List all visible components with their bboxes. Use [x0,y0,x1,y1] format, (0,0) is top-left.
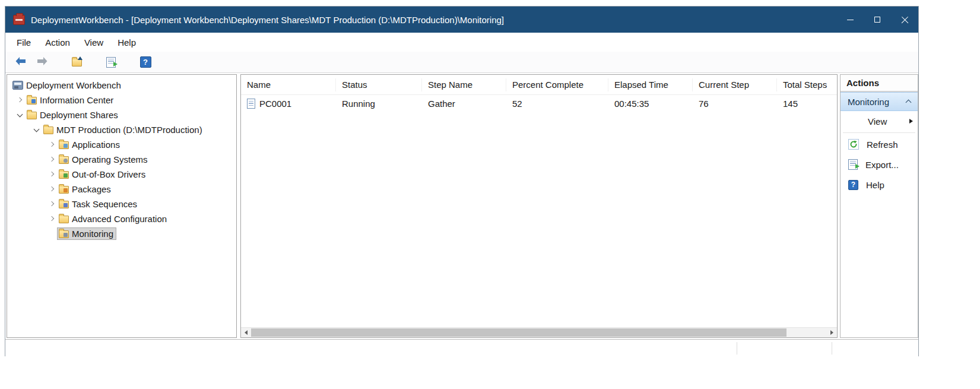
cell-elapsed-time: 00:45:35 [608,99,693,109]
action-view[interactable]: View [841,111,918,131]
scrollbar-track[interactable] [251,328,827,337]
forward-button[interactable] [34,54,50,71]
forward-arrow-icon [36,56,48,68]
cell-name-text: PC0001 [259,99,291,109]
minimize-button[interactable] [836,7,864,33]
column-header-current-step[interactable]: Current Step [693,78,777,91]
actions-separator [843,132,915,133]
action-export[interactable]: Export... [841,154,918,175]
tree-item-applications[interactable]: Applications [7,137,236,152]
folder-icon [59,156,69,164]
tree-item-packages[interactable]: Packages [7,182,236,197]
list-header: Name Status Step Name Percent Complete E… [241,75,837,95]
menu-help[interactable]: Help [110,35,143,50]
maximize-button[interactable] [864,7,891,33]
action-help[interactable]: ? Help [841,175,918,195]
close-button[interactable] [891,7,918,33]
menu-view[interactable]: View [77,35,110,50]
tree-item-deployment-workbench[interactable]: Deployment Workbench [7,78,236,93]
actions-group-label: Monitoring [848,97,889,107]
scroll-right-icon [830,330,833,335]
tree-item-monitoring[interactable]: Monitoring [7,226,236,241]
chevron-right-icon[interactable] [47,155,57,165]
actions-group-monitoring[interactable]: Monitoring [841,92,918,111]
tree-item-operating-systems[interactable]: Operating Systems [7,152,236,167]
tree-item-label: Deployment Shares [40,110,118,120]
refresh-icon [848,139,859,150]
export-list-icon [106,57,116,68]
folder-icon [59,141,69,149]
toolbar-spacer [124,62,132,62]
horizontal-scrollbar[interactable] [241,327,837,337]
tree-item-label: Information Center [40,95,113,105]
chevron-placeholder [47,229,57,239]
column-header-percent-complete[interactable]: Percent Complete [506,78,608,91]
scroll-left-button[interactable] [241,328,251,337]
maximize-icon [874,17,880,23]
column-header-status[interactable]: Status [336,78,422,91]
folder-icon [27,112,37,119]
status-divider [832,342,832,355]
export-icon [848,159,858,170]
column-header-name[interactable]: Name [241,78,336,91]
menu-file[interactable]: File [9,35,38,50]
export-list-button[interactable] [103,54,119,71]
toolbar: ? [5,52,918,73]
chevron-right-icon[interactable] [47,214,57,224]
chevron-down-icon[interactable] [15,110,25,120]
tree-item-label: Out-of-Box Drivers [72,169,145,179]
action-refresh[interactable]: Refresh [841,134,918,154]
up-one-level-button[interactable] [68,54,85,71]
folder-icon [59,216,69,223]
cell-total-steps: 145 [777,99,833,109]
chevron-right-icon[interactable] [47,170,57,179]
help-toolbar-button[interactable]: ? [137,54,154,71]
tree-item-mdt-production[interactable]: MDT Production (D:\MDTProduction) [7,122,236,137]
collapse-group-icon[interactable] [906,99,912,105]
tree-item-advanced-configuration[interactable]: Advanced Configuration [7,211,236,226]
folder-up-icon [72,59,82,67]
chevron-right-icon[interactable] [15,96,25,105]
column-header-step-name[interactable]: Step Name [422,78,506,91]
chevron-down-icon[interactable] [32,125,42,135]
status-bar [5,339,918,357]
folder-icon [59,201,69,208]
tree-item-label: Deployment Workbench [26,80,121,90]
back-arrow-icon [15,56,27,68]
window-title: DeploymentWorkbench - [Deployment Workbe… [31,15,836,25]
tree-item-label: Monitoring [72,229,113,239]
computer-item-icon [247,99,255,109]
results-pane: Name Status Step Name Percent Complete E… [240,74,838,338]
back-button[interactable] [12,54,29,71]
action-view-label: View [868,116,887,126]
help-icon: ? [848,180,858,190]
tree-item-deployment-shares[interactable]: Deployment Shares [7,107,236,122]
scroll-right-button[interactable] [827,328,837,337]
column-header-elapsed-time[interactable]: Elapsed Time [608,78,693,91]
chevron-right-icon[interactable] [47,185,57,194]
chevron-right-icon[interactable] [47,140,57,150]
app-icon [13,15,25,25]
content-area: Deployment Workbench Information Center … [5,73,918,339]
chevron-right-icon[interactable] [47,200,57,209]
menu-action[interactable]: Action [38,35,77,50]
cell-percent-complete: 52 [506,99,608,109]
tree-item-label: Advanced Configuration [72,214,167,224]
tree-item-information-center[interactable]: Information Center [7,93,236,107]
tree-item-task-sequences[interactable]: Task Sequences [7,197,236,211]
actions-pane-title: Actions [841,75,918,92]
monitor-row-pc0001[interactable]: PC0001 Running Gather 52 00:45:35 76 145 [241,95,837,112]
column-header-total-steps[interactable]: Total Steps [777,78,833,91]
minimize-icon [847,20,854,20]
cell-name: PC0001 [241,99,336,109]
scrollbar-thumb[interactable] [251,328,786,337]
cell-step-name: Gather [422,99,506,109]
action-refresh-label: Refresh [867,140,898,150]
app-window: DeploymentWorkbench - [Deployment Workbe… [5,6,919,356]
toolbar-spacer [55,62,64,62]
folder-icon [59,230,69,238]
folder-icon [27,97,37,105]
console-tree-pane: Deployment Workbench Information Center … [7,74,237,338]
tree-item-out-of-box-drivers[interactable]: Out-of-Box Drivers [7,167,236,182]
toolbar-spacer [90,62,98,62]
